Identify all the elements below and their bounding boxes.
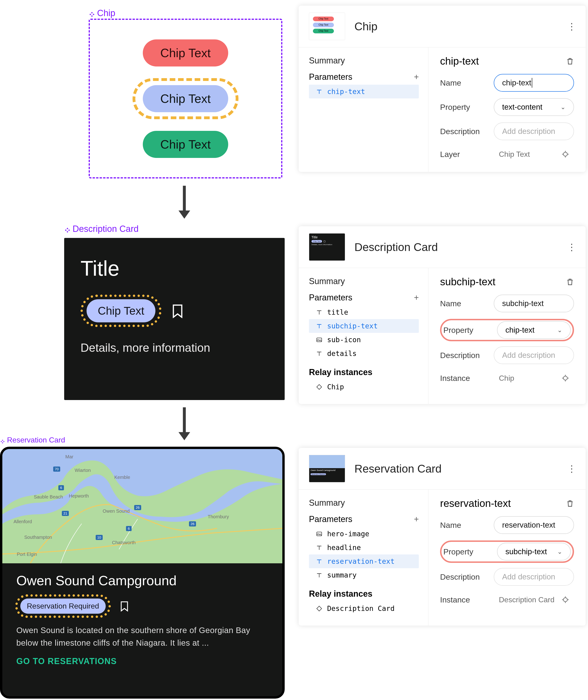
svg-text:Hepworth: Hepworth	[69, 493, 89, 498]
description-field-row: Description Add description	[440, 346, 574, 364]
chip-variant-green[interactable]: Chip Text	[143, 131, 228, 158]
add-parameter-button[interactable]: +	[414, 293, 419, 302]
svg-marker-1	[178, 211, 190, 219]
delete-icon[interactable]	[566, 57, 574, 65]
component-thumbnail: Owen Sound CampgroundReservation Require…	[309, 455, 345, 482]
instance-link[interactable]: Description Card	[494, 592, 574, 607]
name-field-row: Name chip-text	[440, 74, 574, 92]
property-select[interactable]: subchip-text ⌄	[497, 543, 571, 561]
image-type-icon	[316, 337, 323, 343]
panel-header: Chip TextChip TextChip Text Chip ⋮	[299, 6, 586, 47]
description-input[interactable]: Add description	[494, 122, 574, 140]
parameter-item-headline[interactable]: headline	[309, 541, 419, 554]
panel-title: Description Card	[355, 241, 567, 254]
name-input[interactable]: subchip-text	[494, 295, 574, 312]
parameter-item-title[interactable]: title	[309, 305, 419, 319]
instance-link[interactable]: Chip	[494, 371, 574, 386]
chevron-down-icon: ⌄	[560, 104, 566, 111]
instance-field-row: Instance Description Card	[440, 592, 574, 607]
cta-link[interactable]: GO TO RESERVATIONS	[2, 649, 282, 673]
detail-heading: subchip-text	[440, 276, 495, 288]
relay-item-chip[interactable]: Chip	[309, 380, 419, 394]
panel-chip: Chip TextChip TextChip Text Chip ⋮ Summa…	[299, 6, 586, 172]
svg-text:Wiarton: Wiarton	[75, 468, 91, 473]
svg-text:Sauble Beach: Sauble Beach	[34, 494, 63, 499]
text-type-icon	[316, 572, 323, 578]
target-icon	[561, 596, 569, 604]
description-input[interactable]: Add description	[494, 346, 574, 364]
svg-text:Kemble: Kemble	[114, 475, 130, 480]
summary-text: Owen Sound is located on the southern sh…	[2, 624, 282, 649]
component-label-chip: Chip	[89, 8, 115, 18]
selection-highlight-ring: Chip Text	[80, 295, 161, 327]
panel-description-card: TitleChip Text▢Details, more information…	[299, 226, 586, 404]
property-field-row: Property subchip-text ⌄	[443, 543, 571, 561]
diamond-icon	[316, 384, 323, 390]
overflow-menu-icon[interactable]: ⋮	[567, 242, 575, 252]
component-thumbnail: TitleChip Text▢Details, more information	[309, 233, 345, 261]
parameters-section-header: Parameters +	[309, 514, 419, 524]
add-parameter-button[interactable]: +	[414, 73, 419, 81]
diamond-cluster-icon	[64, 226, 71, 232]
svg-point-30	[564, 152, 567, 156]
layer-link[interactable]: Chip Text	[494, 147, 574, 162]
svg-text:21: 21	[63, 511, 67, 515]
name-input[interactable]: reservation-text	[494, 516, 574, 534]
add-parameter-button[interactable]: +	[414, 515, 419, 523]
parameter-item-sub-icon[interactable]: sub-icon	[309, 333, 419, 347]
reservation-chip[interactable]: Reservation Required	[20, 599, 106, 614]
bookmark-icon[interactable]	[120, 601, 128, 611]
svg-text:Owen Sound: Owen Sound	[103, 508, 130, 514]
svg-text:Thornbury: Thornbury	[208, 514, 229, 519]
bookmark-icon[interactable]	[172, 304, 183, 318]
name-field-row: Name reservation-text	[440, 516, 574, 534]
parameter-item-hero-image[interactable]: hero-image	[309, 527, 419, 541]
parameter-item-chip-text[interactable]: chip-text	[309, 85, 419, 98]
svg-text:Allenford: Allenford	[14, 519, 32, 524]
relay-instances-section-title: Relay instances	[309, 367, 419, 377]
property-select[interactable]: chip-text ⌄	[497, 321, 571, 339]
component-label-reservation-card: Reservation Card	[0, 436, 65, 444]
name-field-row: Name subchip-text	[440, 295, 574, 312]
svg-text:10: 10	[97, 535, 101, 539]
parameter-item-subchip-text[interactable]: subchip-text	[309, 319, 419, 333]
svg-marker-3	[178, 432, 190, 440]
target-icon	[561, 150, 569, 158]
layer-field-row: Layer Chip Text	[440, 147, 574, 162]
property-select[interactable]: text-content ⌄	[494, 98, 574, 116]
parameter-item-reservation-text[interactable]: reservation-text	[309, 554, 419, 568]
diamond-cluster-icon	[0, 438, 5, 443]
chip-component-frame: Chip Text Chip Text Chip Text	[89, 19, 282, 178]
highlight-ring: Property subchip-text ⌄	[440, 540, 574, 563]
chip-variant-blue[interactable]: Chip Text	[143, 85, 228, 112]
chip-variant-red[interactable]: Chip Text	[143, 39, 228, 66]
svg-text:Chatsworth: Chatsworth	[112, 540, 135, 545]
hero-map-image: Mar Wiarton Kemble Hepworth Sauble Beach…	[2, 449, 282, 563]
description-field-row: Description Add description	[440, 122, 574, 140]
instance-field-row: Instance Chip	[440, 371, 574, 386]
parameters-section-header: Parameters +	[309, 72, 419, 82]
diamond-cluster-icon	[89, 10, 95, 17]
parameter-item-summary[interactable]: summary	[309, 568, 419, 582]
headline-text: Owen Sound Campground	[2, 563, 282, 593]
text-type-icon	[316, 544, 323, 551]
name-input[interactable]: chip-text	[494, 74, 574, 92]
overflow-menu-icon[interactable]: ⋮	[567, 21, 575, 32]
svg-text:26: 26	[136, 505, 140, 509]
panel-header: Owen Sound CampgroundReservation Require…	[299, 448, 586, 490]
diamond-icon	[316, 605, 323, 612]
parameter-item-details[interactable]: details	[309, 347, 419, 360]
svg-text:Mar: Mar	[65, 454, 73, 459]
property-field-row: Property text-content ⌄	[440, 98, 574, 116]
description-input[interactable]: Add description	[494, 568, 574, 586]
chip[interactable]: Chip Text	[87, 299, 155, 322]
svg-text:Southampton: Southampton	[24, 535, 52, 540]
component-thumbnail: Chip TextChip TextChip Text	[309, 13, 345, 40]
overflow-menu-icon[interactable]: ⋮	[567, 463, 575, 474]
delete-icon[interactable]	[566, 499, 574, 507]
delete-icon[interactable]	[566, 278, 574, 286]
summary-section-title: Summary	[309, 276, 419, 286]
relay-instances-section-title: Relay instances	[309, 589, 419, 599]
description-field-row: Description Add description	[440, 568, 574, 586]
relay-item-description-card[interactable]: Description Card	[309, 602, 419, 615]
